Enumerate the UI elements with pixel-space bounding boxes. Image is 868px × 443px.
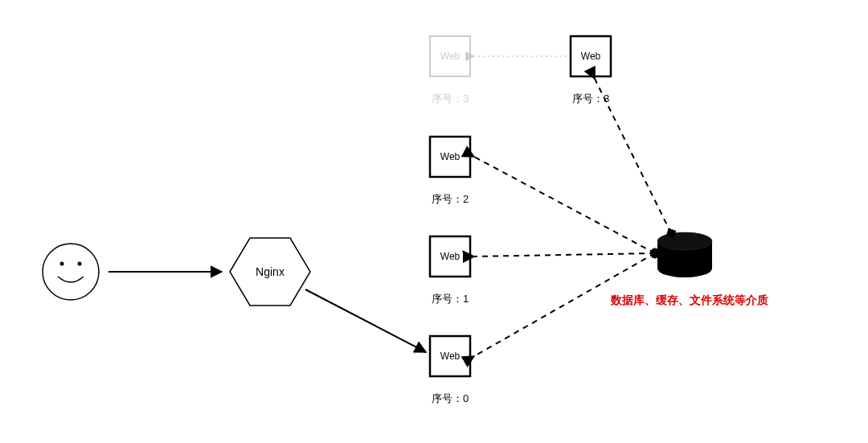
web-node-3: Web 序号：3 [571, 36, 611, 105]
arrow-storage-to-web3 [595, 79, 671, 233]
web-node-1-label: Web [440, 251, 461, 262]
nginx-label: Nginx [256, 265, 285, 278]
arrow-nginx-to-web0 [305, 289, 426, 352]
web-node-0-caption: 序号：0 [432, 392, 469, 404]
arrow-storage-to-web2 [474, 157, 655, 253]
web-node-3-faded: Web 序号：3 [430, 36, 470, 105]
web-node-3-label: Web [581, 51, 601, 62]
web-node-2-caption: 序号：2 [432, 193, 469, 205]
architecture-diagram: Nginx Web 序号：0 Web 序号：1 Web 序号：2 Web 序号：… [0, 0, 868, 443]
web-node-3-faded-caption: 序号：3 [432, 92, 469, 105]
nginx-node: Nginx [230, 238, 310, 306]
storage-label: 数据库、缓存、文件系统等介质 [610, 293, 768, 306]
user-icon [43, 244, 99, 300]
web-node-1: Web 序号：1 [430, 236, 470, 305]
web-node-0: Web 序号：0 [430, 336, 470, 404]
svg-point-1 [60, 262, 64, 266]
svg-point-11 [657, 260, 712, 277]
web-node-0-label: Web [440, 351, 461, 362]
svg-point-0 [43, 244, 99, 300]
web-node-1-caption: 序号：1 [432, 293, 469, 305]
arrow-storage-to-web1 [474, 253, 655, 256]
storage-icon [657, 232, 712, 277]
web-node-3-faded-label: Web [440, 51, 461, 62]
web-node-2: Web 序号：2 [430, 137, 470, 205]
svg-point-12 [657, 232, 712, 250]
svg-point-2 [78, 262, 82, 266]
web-node-2-label: Web [440, 151, 461, 162]
